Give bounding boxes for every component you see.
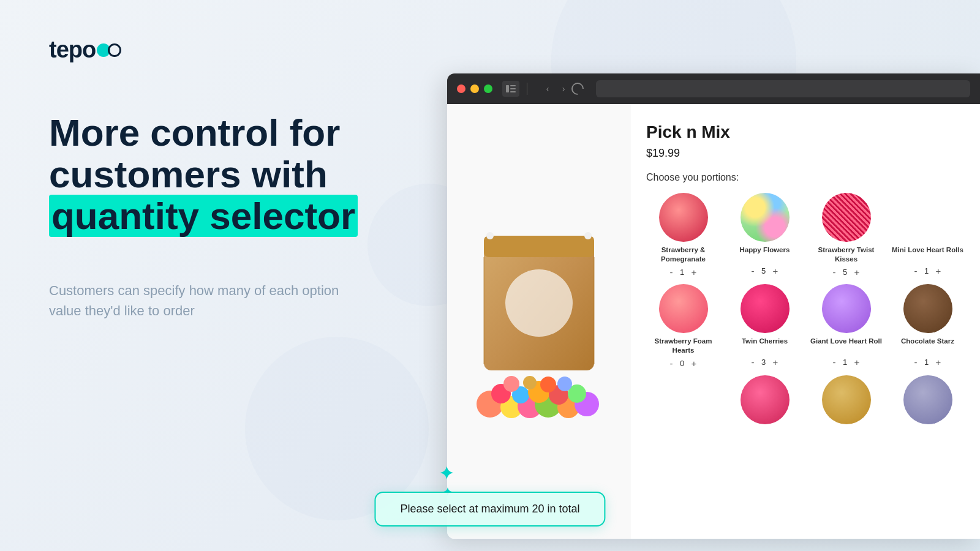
- candy-name-strawberry-pom: Strawberry & Pomegranate: [646, 246, 720, 264]
- browser-bar: ‹ ›: [447, 73, 980, 104]
- qty-plus-twin-cherries[interactable]: +: [773, 358, 778, 367]
- qty-value-strawberry-pom: 1: [678, 268, 687, 277]
- qty-minus-giant-love[interactable]: -: [833, 358, 836, 367]
- traffic-light-green[interactable]: [484, 84, 492, 93]
- candy-grid: Strawberry & Pomegranate-1+Happy Flowers…: [646, 193, 965, 428]
- qty-plus-strawberry-twist[interactable]: +: [854, 268, 860, 277]
- headline-highlight: quantity selector: [49, 195, 358, 237]
- toast-notification: Please select at maximum 20 in total: [374, 492, 605, 527]
- qty-control-giant-love: -1+: [833, 358, 860, 367]
- toast-message: Please select at maximum 20 in total: [400, 503, 579, 515]
- svg-rect-3: [510, 91, 516, 92]
- theme-toggle-icon[interactable]: [569, 80, 586, 97]
- subtext: Customers can specify how many of each o…: [49, 280, 343, 321]
- candy-image-bottom-4: [903, 375, 952, 424]
- qty-plus-strawberry-pom[interactable]: +: [692, 268, 697, 277]
- traffic-lights: [457, 84, 492, 93]
- product-price: $19.99: [646, 147, 965, 160]
- qty-minus-strawberry-twist[interactable]: -: [833, 268, 836, 277]
- svg-point-7: [584, 232, 592, 239]
- logo: tepo: [49, 37, 398, 63]
- svg-rect-5: [484, 236, 594, 257]
- product-image-area: [447, 104, 631, 539]
- sidebar-toggle-button[interactable]: [502, 81, 519, 97]
- qty-value-strawberry-foam: 0: [678, 359, 687, 368]
- logo-text: tepo: [49, 37, 96, 63]
- address-bar[interactable]: [596, 80, 970, 97]
- product-bag-container: [472, 223, 606, 419]
- candy-option-bottom-1: [646, 375, 720, 428]
- candy-name-choc-starz: Chocolate Starz: [901, 337, 954, 354]
- candy-option-strawberry-foam: Strawberry Foam Hearts-0+: [646, 284, 720, 368]
- qty-minus-happy-flowers[interactable]: -: [752, 266, 755, 276]
- qty-plus-mini-love[interactable]: +: [936, 266, 941, 276]
- qty-plus-choc-starz[interactable]: +: [936, 358, 941, 367]
- candy-option-strawberry-pom: Strawberry & Pomegranate-1+: [646, 193, 720, 277]
- browser-window: ‹ ›: [447, 73, 980, 539]
- qty-plus-giant-love[interactable]: +: [854, 358, 860, 367]
- svg-point-24: [540, 377, 556, 392]
- candy-option-strawberry-twist: Strawberry Twist Kisses-5+: [809, 193, 883, 277]
- qty-control-happy-flowers: -5+: [752, 266, 778, 276]
- qty-value-happy-flowers: 5: [760, 266, 768, 276]
- forward-button[interactable]: ›: [556, 81, 571, 97]
- candy-image-mini-love: [903, 193, 952, 242]
- svg-rect-0: [506, 85, 509, 92]
- candy-image-twin-cherries: [741, 284, 790, 333]
- candy-option-mini-love: Mini Love Heart Rolls-1+: [891, 193, 965, 277]
- portions-label: Choose you portions:: [646, 172, 965, 183]
- svg-point-8: [505, 269, 573, 337]
- candy-name-twin-cherries: Twin Cherries: [742, 337, 788, 354]
- qty-minus-strawberry-pom[interactable]: -: [670, 268, 673, 277]
- candy-option-twin-cherries: Twin Cherries-3+: [728, 284, 802, 368]
- qty-control-strawberry-foam: -0+: [670, 359, 697, 368]
- product-title: Pick n Mix: [646, 122, 965, 142]
- product-details[interactable]: Pick n Mix $19.99 Choose you portions: S…: [631, 104, 980, 539]
- candy-image-happy-flowers: [741, 193, 790, 242]
- candy-option-bottom-3: [809, 375, 883, 428]
- candy-pile-svg: [472, 352, 606, 419]
- candy-image-bottom-1: [659, 375, 708, 424]
- logo-outline-dot: [108, 43, 121, 57]
- back-button[interactable]: ‹: [540, 81, 556, 97]
- candy-option-choc-starz: Chocolate Starz-1+: [891, 284, 965, 368]
- svg-rect-2: [510, 88, 516, 89]
- candy-pile: [472, 352, 606, 419]
- qty-control-twin-cherries: -3+: [752, 358, 778, 367]
- candy-image-bottom-3: [822, 375, 871, 424]
- traffic-light-red[interactable]: [457, 84, 466, 93]
- qty-minus-twin-cherries[interactable]: -: [752, 358, 755, 367]
- candy-option-happy-flowers: Happy Flowers-5+: [728, 193, 802, 277]
- svg-point-23: [523, 376, 537, 389]
- qty-value-mini-love: 1: [922, 266, 931, 276]
- qty-value-twin-cherries: 3: [760, 358, 768, 367]
- qty-control-choc-starz: -1+: [914, 358, 941, 367]
- headline: More control for customers with quantity…: [49, 112, 398, 238]
- candy-image-strawberry-pom: [659, 193, 708, 242]
- candy-name-mini-love: Mini Love Heart Rolls: [892, 246, 963, 263]
- candy-name-happy-flowers: Happy Flowers: [740, 246, 790, 263]
- svg-point-25: [557, 377, 572, 391]
- candy-image-bottom-2: [741, 375, 790, 424]
- qty-minus-strawberry-foam[interactable]: -: [670, 359, 673, 368]
- traffic-light-yellow[interactable]: [470, 84, 479, 93]
- qty-plus-happy-flowers[interactable]: +: [773, 266, 778, 276]
- qty-minus-choc-starz[interactable]: -: [914, 358, 918, 367]
- sparkle-icon-1: ✦: [439, 463, 453, 484]
- candy-image-strawberry-foam: [659, 284, 708, 333]
- headline-line1: More control for: [49, 111, 340, 154]
- candy-option-giant-love: Giant Love Heart Roll-1+: [809, 284, 883, 368]
- qty-value-strawberry-twist: 5: [841, 268, 850, 277]
- candy-image-choc-starz: [903, 284, 952, 333]
- candy-name-strawberry-twist: Strawberry Twist Kisses: [809, 246, 883, 264]
- qty-control-mini-love: -1+: [914, 266, 941, 276]
- qty-control-strawberry-pom: -1+: [670, 268, 697, 277]
- svg-point-6: [486, 232, 494, 239]
- qty-plus-strawberry-foam[interactable]: +: [692, 359, 697, 368]
- qty-minus-mini-love[interactable]: -: [914, 266, 918, 276]
- left-panel: tepo More control for customers with qua…: [0, 0, 447, 551]
- svg-rect-1: [510, 85, 516, 86]
- qty-value-giant-love: 1: [841, 358, 850, 367]
- candy-image-giant-love: [822, 284, 871, 333]
- candy-image-strawberry-twist: [822, 193, 871, 242]
